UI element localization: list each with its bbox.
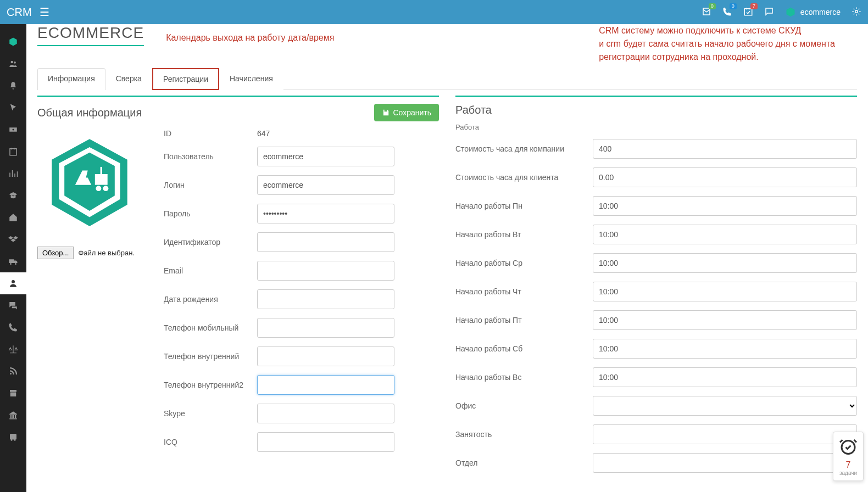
mobile-input[interactable] bbox=[257, 318, 394, 338]
mail-badge: 0 bbox=[709, 3, 716, 9]
svg-point-3 bbox=[14, 62, 16, 64]
tasks-count: 7 bbox=[836, 460, 861, 470]
svg-point-21 bbox=[103, 186, 109, 191]
icq-label: ICQ bbox=[164, 438, 257, 446]
sidebar-item-dropbox[interactable] bbox=[0, 228, 26, 250]
wed-label: Начало работы Ср bbox=[455, 259, 593, 267]
password-input[interactable] bbox=[257, 204, 394, 223]
file-browse-button[interactable]: Обзор... bbox=[37, 247, 74, 259]
sidebar-item-cursor[interactable] bbox=[0, 97, 26, 119]
mobile-label: Телефон мобильный bbox=[164, 323, 257, 332]
skype-label: Skype bbox=[164, 409, 257, 418]
username-label: ecommerce bbox=[800, 8, 841, 16]
panel-general-info: Общая информация Сохранить bbox=[37, 96, 439, 461]
ident-input[interactable] bbox=[257, 232, 394, 252]
dob-label: Дата рождения bbox=[164, 295, 257, 304]
svg-rect-13 bbox=[10, 434, 16, 440]
dept-label: Отдел bbox=[455, 459, 593, 467]
tasks-widget[interactable]: 7 задачи bbox=[833, 432, 864, 481]
archive-icon bbox=[8, 388, 18, 398]
svg-point-8 bbox=[15, 263, 16, 265]
office-select[interactable] bbox=[593, 396, 857, 416]
sidebar-item-calendar[interactable] bbox=[0, 141, 26, 163]
thu-input[interactable] bbox=[593, 282, 857, 301]
sidebar-item-comments[interactable] bbox=[0, 294, 26, 316]
mon-label: Начало работы Пн bbox=[455, 202, 593, 210]
sidebar-item-users[interactable] bbox=[0, 53, 26, 75]
sidebar-item-archive[interactable] bbox=[0, 382, 26, 404]
sidebar-item-home[interactable] bbox=[0, 206, 26, 228]
svg-point-1 bbox=[855, 10, 858, 13]
sidebar-item-balance[interactable] bbox=[0, 338, 26, 360]
internal-phone-input[interactable] bbox=[257, 346, 394, 366]
wed-input[interactable] bbox=[593, 253, 857, 273]
general-info-title: Общая информация bbox=[37, 107, 142, 119]
sidebar-item-dashboard[interactable] bbox=[0, 31, 26, 53]
internal-phone2-input[interactable] bbox=[257, 375, 394, 395]
sidebar-item-rss[interactable] bbox=[0, 360, 26, 382]
sat-input[interactable] bbox=[593, 339, 857, 359]
tasks-label: задачи bbox=[836, 470, 861, 476]
user-icon bbox=[8, 278, 18, 288]
sidebar-item-graduation[interactable] bbox=[0, 185, 26, 206]
busy-select[interactable] bbox=[593, 424, 857, 444]
graduation-cap-icon bbox=[8, 191, 18, 200]
save-button[interactable]: Сохранить bbox=[374, 104, 439, 121]
chat-icon[interactable] bbox=[764, 7, 774, 18]
brand-label: CRM bbox=[7, 6, 32, 19]
tab-registrations[interactable]: Регистрации bbox=[152, 68, 219, 90]
phone-icon[interactable]: 0 bbox=[722, 7, 732, 18]
sidebar-item-user[interactable] bbox=[0, 272, 26, 294]
sidebar-item-money[interactable] bbox=[0, 119, 26, 141]
cost-client-label: Стоимость часа для клиента bbox=[455, 173, 593, 182]
mail-icon[interactable]: 0 bbox=[702, 7, 711, 18]
login-input[interactable] bbox=[257, 175, 394, 195]
rss-icon bbox=[8, 366, 18, 376]
thu-label: Начало работы Чт bbox=[455, 287, 593, 296]
cursor-icon bbox=[8, 103, 18, 113]
skype-input[interactable] bbox=[257, 404, 394, 423]
page-title: ECOMMERCE bbox=[37, 24, 144, 46]
sidebar-item-chart[interactable] bbox=[0, 163, 26, 185]
icq-input[interactable] bbox=[257, 432, 394, 452]
dob-input[interactable] bbox=[257, 289, 394, 309]
svg-point-20 bbox=[96, 186, 101, 191]
sidebar-item-phone[interactable] bbox=[0, 316, 26, 338]
tue-input[interactable] bbox=[593, 225, 857, 244]
topbar: CRM ☰ 0 0 7 ecommerce bbox=[0, 0, 868, 24]
internal-phone-label: Телефон внутренний bbox=[164, 352, 257, 361]
tab-sverka[interactable]: Сверка bbox=[105, 68, 152, 90]
hamburger-icon[interactable]: ☰ bbox=[40, 5, 49, 19]
comments-icon bbox=[8, 300, 18, 310]
svg-rect-12 bbox=[10, 393, 16, 397]
tab-info[interactable]: Информация bbox=[37, 68, 105, 90]
cost-company-label: Стоимость часа для компании bbox=[455, 144, 593, 153]
email-input[interactable] bbox=[257, 261, 394, 281]
sun-input[interactable] bbox=[593, 367, 857, 387]
avatar-image bbox=[37, 129, 142, 239]
sidebar-item-bell[interactable] bbox=[0, 75, 26, 97]
panel-work: Работа Работа Стоимость часа для компани… bbox=[455, 96, 857, 482]
phone-badge: 0 bbox=[730, 3, 737, 9]
calendar-check-icon[interactable]: 7 bbox=[743, 7, 753, 18]
user-label: Пользователь bbox=[164, 152, 257, 161]
sidebar-item-bank[interactable] bbox=[0, 404, 26, 426]
cost-client-input[interactable] bbox=[593, 167, 857, 187]
svg-point-15 bbox=[14, 439, 16, 441]
fri-input[interactable] bbox=[593, 310, 857, 330]
mon-input[interactable] bbox=[593, 196, 857, 216]
cost-company-input[interactable] bbox=[593, 139, 857, 159]
sat-label: Начало работы Сб bbox=[455, 344, 593, 353]
sidebar-item-bus[interactable] bbox=[0, 426, 26, 448]
user-menu[interactable]: ecommerce bbox=[785, 7, 841, 18]
svg-point-14 bbox=[11, 439, 13, 441]
gears-icon[interactable] bbox=[852, 7, 861, 18]
dept-select[interactable] bbox=[593, 453, 857, 473]
svg-rect-11 bbox=[10, 390, 16, 392]
svg-point-5 bbox=[13, 129, 14, 131]
tab-nachisleniya[interactable]: Начисления bbox=[219, 68, 283, 90]
svg-rect-6 bbox=[10, 149, 16, 155]
user-input[interactable] bbox=[257, 147, 394, 166]
sidebar-item-truck[interactable] bbox=[0, 250, 26, 272]
fri-label: Начало работы Пт bbox=[455, 316, 593, 325]
